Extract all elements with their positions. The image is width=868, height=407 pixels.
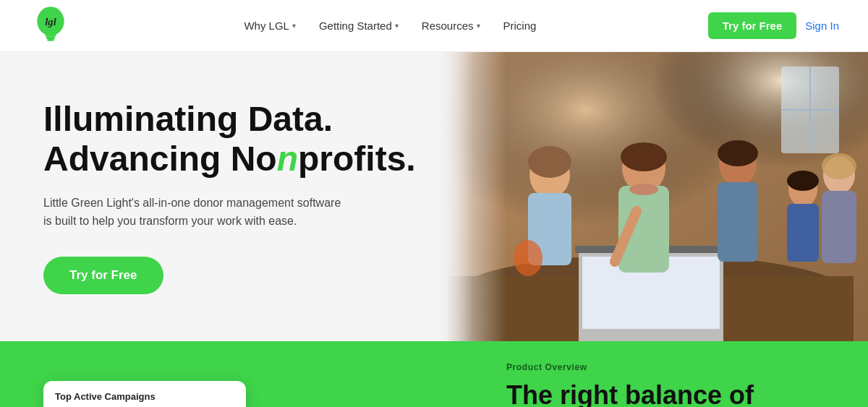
hero-title-prefix: Advancing No xyxy=(43,140,277,178)
svg-point-19 xyxy=(621,142,667,171)
svg-point-21 xyxy=(629,184,658,195)
logo-icon: lgl xyxy=(29,4,72,48)
hero-subtitle: Little Green Light's all-in-one donor ma… xyxy=(43,194,347,231)
nav-item-why-lgl[interactable]: Why LGL ▾ xyxy=(235,14,305,38)
hero-title: Illuminating Data. Advancing Nonprofits. xyxy=(43,99,434,179)
svg-rect-2 xyxy=(46,36,55,38)
header-actions: Try for Free Sign In xyxy=(708,12,839,39)
hero-title-suffix: profits. xyxy=(298,140,416,178)
main-nav: Why LGL ▾ Getting Started ▾ Resources ▾ … xyxy=(235,14,545,38)
green-left: Top Active Campaigns 2020 2021 Campaign … xyxy=(0,341,477,407)
nav-item-pricing[interactable]: Pricing xyxy=(495,14,545,38)
hero-photo xyxy=(434,52,868,341)
hero-title-line1: Illuminating Data. xyxy=(43,100,333,138)
hero-title-line2: Advancing Nonprofits. xyxy=(43,140,416,178)
svg-rect-1 xyxy=(46,34,56,36)
nav-label-resources: Resources xyxy=(422,20,474,32)
header-try-free-button[interactable]: Try for Free xyxy=(708,12,797,39)
svg-point-30 xyxy=(787,171,819,191)
logo[interactable]: lgl xyxy=(29,4,72,48)
svg-rect-3 xyxy=(47,39,54,41)
hero-title-highlight: n xyxy=(277,140,298,178)
green-section: Top Active Campaigns 2020 2021 Campaign … xyxy=(0,341,868,407)
header-sign-in-button[interactable]: Sign In xyxy=(805,20,839,32)
header: lgl Why LGL ▾ Getting Started ▾ Resource… xyxy=(0,0,868,52)
nav-label-pricing: Pricing xyxy=(503,20,537,32)
hero-image xyxy=(434,52,868,341)
card-title: Top Active Campaigns xyxy=(55,391,234,402)
hero-try-free-button[interactable]: Try for Free xyxy=(43,257,163,294)
product-overview-label: Product Overview xyxy=(506,362,839,372)
svg-rect-36 xyxy=(434,52,564,341)
green-heading: The right balance of power and flexibili… xyxy=(506,381,839,407)
green-right: Product Overview The right balance of po… xyxy=(477,341,868,407)
green-heading-line1: The right balance of xyxy=(506,380,754,407)
svg-point-33 xyxy=(822,153,856,179)
chevron-down-icon: ▾ xyxy=(395,22,399,30)
svg-rect-34 xyxy=(822,191,856,263)
nav-item-getting-started[interactable]: Getting Started ▾ xyxy=(310,14,407,38)
svg-rect-28 xyxy=(718,182,758,262)
svg-rect-31 xyxy=(787,204,819,262)
nav-label-getting-started: Getting Started xyxy=(319,20,392,32)
dashboard-card: Top Active Campaigns 2020 2021 Campaign … xyxy=(43,381,246,407)
svg-point-27 xyxy=(718,140,758,166)
hero-left: Illuminating Data. Advancing Nonprofits.… xyxy=(0,52,477,341)
nav-label-why-lgl: Why LGL xyxy=(244,20,289,32)
hero-section: Illuminating Data. Advancing Nonprofits.… xyxy=(0,52,868,341)
nav-item-resources[interactable]: Resources ▾ xyxy=(413,14,489,38)
chevron-down-icon: ▾ xyxy=(477,22,480,30)
svg-text:lgl: lgl xyxy=(45,16,56,27)
chevron-down-icon: ▾ xyxy=(292,22,296,30)
